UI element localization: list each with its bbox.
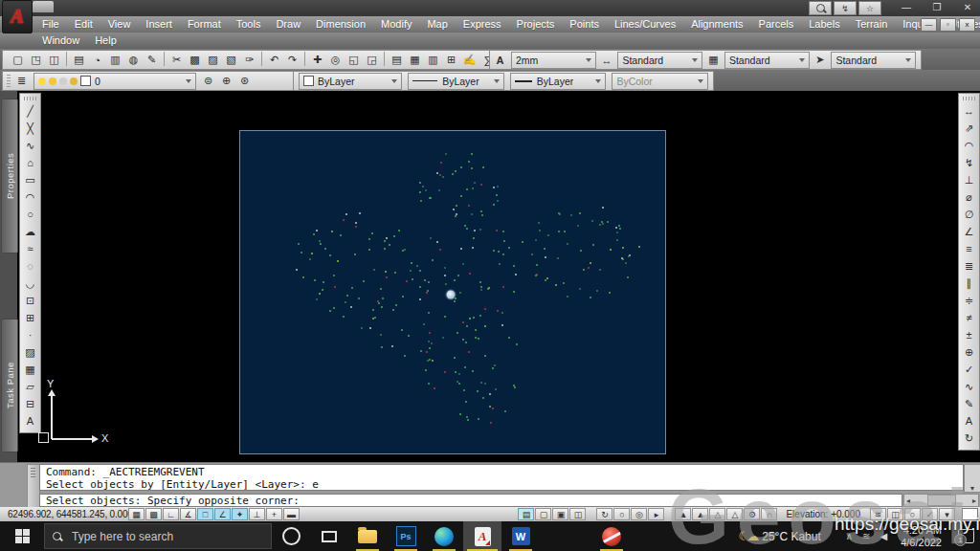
- mdi-minimize-button[interactable]: —: [921, 18, 937, 32]
- draw-table[interactable]: ⊟: [21, 395, 39, 412]
- status-lock-ui[interactable]: ∩: [761, 508, 777, 520]
- menu-insert[interactable]: Insert: [138, 16, 180, 33]
- taskbar-search[interactable]: [44, 523, 272, 549]
- toolbar-print[interactable]: ▤: [70, 52, 88, 68]
- dim-dimension-update[interactable]: ↻: [960, 430, 978, 447]
- dim-ordinate[interactable]: ⊥: [960, 171, 978, 188]
- menu-window[interactable]: Window: [34, 33, 87, 49]
- toolbar-grip[interactable]: [963, 97, 975, 100]
- scroll-right-icon[interactable]: ▸: [972, 496, 976, 505]
- toolbar-new[interactable]: ▢: [9, 52, 27, 68]
- menu-terrain[interactable]: Terrain: [848, 16, 896, 33]
- toolbar-tool-palettes[interactable]: ▥: [424, 52, 442, 68]
- toolbar-open[interactable]: ◳: [27, 52, 45, 68]
- mleader-style-select[interactable]: Standard: [831, 52, 916, 69]
- dim-angular[interactable]: ∠: [960, 223, 978, 240]
- properties-palette-tab[interactable]: Properties: [1, 99, 18, 253]
- dim-center-mark[interactable]: ⊕: [960, 343, 978, 361]
- toolbar-zoom-window[interactable]: ◱: [345, 52, 363, 68]
- task-pane-palette-tab[interactable]: Task Pane: [1, 319, 18, 452]
- status-toggle-grid[interactable]: ▩: [145, 508, 162, 520]
- mdi-close-button[interactable]: x: [959, 18, 975, 32]
- dim-arc-length[interactable]: ◠: [960, 137, 978, 154]
- make-object-layer-current-button[interactable]: ⊕: [217, 73, 235, 89]
- draw-polygon[interactable]: ⌂: [21, 154, 39, 171]
- command-hscrollbar[interactable]: ◂ ▸: [903, 494, 979, 507]
- menu-express[interactable]: Express: [456, 16, 509, 33]
- status-model-space[interactable]: ▤: [518, 508, 534, 520]
- status-steering-wheel[interactable]: ◎: [631, 508, 647, 520]
- menu-dimension[interactable]: Dimension: [308, 16, 373, 33]
- toolbar-sheet-set-manager[interactable]: ⊞: [442, 52, 460, 68]
- status-surface-snap[interactable]: ≋: [870, 508, 886, 520]
- status-layout1[interactable]: ▢: [535, 508, 551, 520]
- mdi-restore-button[interactable]: ▫: [940, 18, 956, 32]
- toolbar-properties-palette[interactable]: ▤: [388, 52, 406, 68]
- draw-make-block[interactable]: ⊞: [21, 309, 39, 326]
- linetype-select[interactable]: ByLayer: [408, 73, 504, 90]
- toolbar-paste[interactable]: ▨: [204, 52, 222, 68]
- draw-ellipse[interactable]: ◌: [21, 257, 39, 275]
- toolbar-markup[interactable]: ✎: [143, 52, 161, 68]
- status-show-motion[interactable]: ▸: [648, 508, 664, 520]
- toolbar-print-preview[interactable]: ◔: [88, 52, 106, 68]
- clean-screen-button[interactable]: [962, 508, 978, 520]
- status-settings-gear[interactable]: ⚙: [744, 508, 760, 520]
- toolbar-match-properties[interactable]: ✑: [240, 52, 258, 68]
- taskbar-word[interactable]: W: [501, 521, 540, 551]
- draw-region[interactable]: ▱: [21, 378, 39, 395]
- dim-inspection[interactable]: ✓: [960, 361, 978, 378]
- menu-help[interactable]: Help: [87, 33, 124, 49]
- layer-select[interactable]: 0: [33, 73, 196, 90]
- draw-circle[interactable]: ○: [21, 206, 39, 223]
- plot-style-select[interactable]: ByColor: [612, 73, 708, 90]
- draw-revision-cloud[interactable]: ☁: [21, 223, 39, 240]
- dim-jogged-linear[interactable]: ∿: [960, 378, 978, 395]
- coordinate-readout[interactable]: 62496.902, 644581.245, 0.000: [0, 509, 128, 519]
- tray-show-hidden-icon[interactable]: ∧: [846, 531, 853, 541]
- tray-network-icon[interactable]: ≋: [862, 531, 870, 541]
- status-toggle-osnap-angle[interactable]: ∠: [214, 508, 231, 520]
- close-button[interactable]: ✕: [961, 1, 974, 14]
- status-toggle-snap[interactable]: ▦: [128, 508, 145, 520]
- menu-points[interactable]: Points: [562, 16, 607, 33]
- toolbar-markup-set-manager[interactable]: ✍: [460, 52, 479, 68]
- status-annotation-visibility[interactable]: ▲: [675, 508, 691, 520]
- toolbar-3d-dwf[interactable]: ◍: [124, 52, 143, 68]
- dim-radius[interactable]: ⌀: [960, 188, 978, 206]
- status-orbit[interactable]: ↻: [596, 508, 612, 520]
- menu-file[interactable]: File: [34, 16, 67, 33]
- tray-volume-icon[interactable]: ◀: [880, 531, 887, 541]
- taskbar-task-view-button[interactable]: [310, 521, 348, 551]
- toolbar-design-center[interactable]: ▦: [406, 52, 424, 68]
- draw-point[interactable]: ·: [21, 326, 39, 343]
- toolbar-copy[interactable]: ▩: [186, 52, 204, 68]
- scroll-down-icon[interactable]: ▼: [969, 485, 976, 492]
- menu-tools[interactable]: Tools: [229, 16, 269, 33]
- minimize-button[interactable]: —: [900, 1, 913, 14]
- taskbar-file-explorer[interactable]: [348, 521, 387, 551]
- action-center-button[interactable]: 1: [953, 521, 978, 551]
- taskbar-edge[interactable]: [425, 521, 463, 551]
- autocad-logo-icon[interactable]: A: [2, 0, 33, 33]
- menu-draw[interactable]: Draw: [268, 16, 308, 33]
- taskbar-cortana-button[interactable]: [272, 521, 310, 551]
- menu-lines-curves[interactable]: Lines/Curves: [607, 16, 683, 33]
- dim-dimension-text-edit[interactable]: A: [960, 412, 978, 430]
- draw-spline[interactable]: ≈: [21, 240, 39, 257]
- dim-dimension-break[interactable]: ≠: [960, 309, 978, 326]
- draw-rectangle[interactable]: ▭: [21, 171, 39, 188]
- dim-dimension-edit[interactable]: ✎: [960, 395, 978, 412]
- status-toggle-ortho[interactable]: ∟: [163, 508, 179, 520]
- drawing-canvas[interactable]: Properties Task Pane ╱╳∿⌂▭◠○☁≈◌◡⊡⊞·▨▦▱⊟A…: [0, 91, 980, 462]
- toolbar-zoom-realtime[interactable]: ◎: [326, 52, 345, 68]
- status-annotation-scale[interactable]: ▲: [692, 508, 708, 520]
- toolbar-pan[interactable]: ✚: [308, 52, 326, 68]
- draw-construction-line[interactable]: ╳: [21, 120, 39, 137]
- menu-parcels[interactable]: Parcels: [751, 16, 802, 33]
- dim-dimension-space[interactable]: ≑: [960, 292, 978, 309]
- draw-multiline-text[interactable]: A: [21, 412, 39, 430]
- command-scrollbar[interactable]: ▼: [964, 464, 980, 493]
- dim-aligned-dimension[interactable]: ⇗: [960, 120, 978, 137]
- dim-style-select[interactable]: Standard: [617, 52, 702, 69]
